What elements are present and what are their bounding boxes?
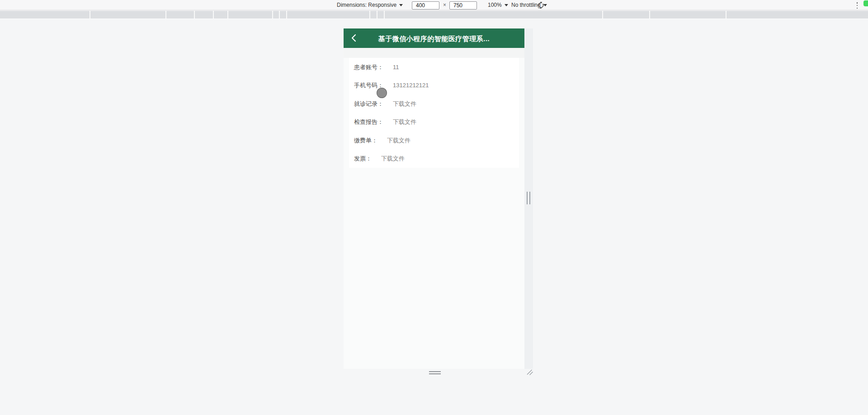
chevron-down-icon [399, 4, 403, 6]
segments-track [0, 11, 868, 19]
segment-divider [165, 11, 166, 19]
segment-divider [649, 11, 650, 19]
device-canvas: 基于微信小程序的智能医疗管理系... 患者账号：11手机号码：131212121… [0, 19, 868, 415]
segment-divider [286, 11, 287, 19]
field-value: 11 [393, 64, 399, 71]
width-input[interactable] [412, 1, 439, 9]
dimensions-label: Dimensions: Responsive [337, 2, 396, 8]
info-row: 缴费单：下载文件 [354, 137, 519, 143]
segment-divider [369, 11, 370, 19]
patient-info-card: 患者账号：11手机号码：13121212121就诊记录：下载文件检查报告：下载文… [349, 58, 519, 168]
field-label: 患者账号： [354, 64, 383, 71]
throttling-value: No throttling [511, 2, 541, 8]
touch-cursor [377, 88, 387, 98]
resize-handle-right[interactable] [527, 192, 530, 204]
resize-handle-corner[interactable] [526, 369, 534, 377]
segment-divider [213, 11, 214, 19]
field-label: 发票： [354, 155, 372, 162]
segment-divider [726, 11, 726, 19]
page-header: 基于微信小程序的智能医疗管理系... [344, 28, 524, 48]
segments-bar [0, 10, 868, 19]
segment-divider [272, 11, 273, 19]
download-file-link[interactable]: 下载文件 [393, 118, 416, 125]
devtools-window: Dimensions: Responsive × 100% No throttl… [0, 0, 868, 415]
dimensions-separator: × [443, 0, 446, 10]
chevron-down-icon [505, 4, 508, 6]
header-gap [344, 48, 524, 58]
dimensions-select[interactable]: Dimensions: Responsive [337, 0, 403, 10]
segment-divider [602, 11, 603, 19]
page-title: 基于微信小程序的智能医疗管理系... [344, 28, 524, 48]
device-toolbar: Dimensions: Responsive × 100% No throttl… [0, 0, 868, 10]
zoom-value: 100% [488, 2, 502, 8]
segment-divider [90, 11, 90, 19]
green-indicator [863, 0, 868, 6]
segment-divider [194, 11, 195, 19]
download-file-link[interactable]: 下载文件 [381, 155, 405, 162]
field-value: 13121212121 [393, 82, 429, 89]
field-label: 检查报告： [354, 118, 383, 125]
info-row: 患者账号：11 [354, 64, 519, 70]
download-file-link[interactable]: 下载文件 [387, 137, 410, 144]
rotate-device-icon[interactable] [537, 1, 545, 10]
segment-divider [377, 11, 377, 19]
segment-divider [279, 11, 280, 19]
more-options-icon[interactable] [855, 2, 859, 9]
info-row: 发票：下载文件 [354, 156, 519, 161]
download-file-link[interactable]: 下载文件 [393, 100, 416, 107]
field-label: 就诊记录： [354, 100, 383, 107]
segment-divider [384, 11, 385, 19]
info-row: 手机号码：13121212121 [354, 82, 519, 88]
emulated-page: 基于微信小程序的智能医疗管理系... 患者账号：11手机号码：131212121… [344, 28, 524, 369]
segment-divider [227, 11, 228, 19]
field-label: 缴费单： [354, 137, 377, 144]
info-row: 检查报告：下载文件 [354, 119, 519, 125]
field-label: 手机号码： [354, 82, 383, 89]
resize-handle-bottom[interactable] [429, 371, 441, 374]
zoom-select[interactable]: 100% [488, 0, 508, 10]
info-row: 就诊记录：下载文件 [354, 101, 519, 107]
height-input[interactable] [449, 1, 477, 9]
